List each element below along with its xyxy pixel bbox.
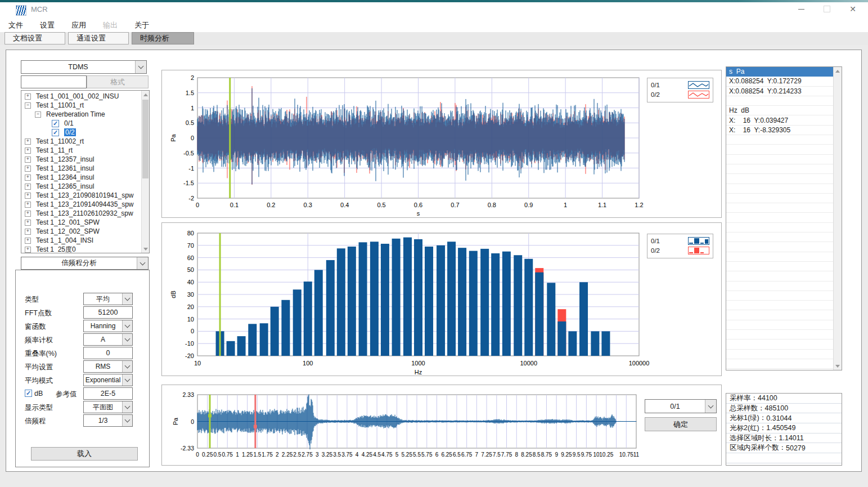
tree-scrollbar-thumb[interactable] [142,100,149,178]
tree-item[interactable]: + Test 1_12357_insul [21,155,141,164]
readout-row[interactable] [726,135,834,145]
readout-row[interactable] [726,271,834,281]
tree-expander-icon[interactable]: + [25,220,31,226]
chevron-down-icon[interactable] [705,400,716,413]
readout-row[interactable] [726,242,834,252]
tree-expander-icon[interactable]: + [25,202,31,208]
scroll-down-icon[interactable] [142,245,149,253]
readout-row[interactable] [726,194,834,203]
tree-item[interactable]: + Test 1_001_001_002_INSU [21,92,141,101]
readout-row[interactable]: X: 16 Y:0.039427 [726,115,834,125]
tree-item[interactable]: + Test 1_1_004_INSI [21,236,141,245]
form-input[interactable]: 2E-5 [83,387,133,400]
readout-row[interactable]: X: 16 Y:-8.329305 [726,126,834,135]
form-combobox[interactable]: 平面图 [83,401,133,413]
tree-item[interactable]: + Test 1_11_rt [21,146,141,155]
form-input[interactable]: 0 [83,347,133,359]
maximize-icon[interactable] [814,0,840,18]
menu-item-4[interactable]: 关于 [126,20,158,30]
chevron-down-icon[interactable] [122,320,132,332]
chevron-down-icon[interactable] [122,415,132,426]
form-input[interactable]: 51200 [83,306,133,319]
tree-item[interactable]: ✓ 0/1 [21,119,141,128]
form-combobox[interactable]: Hanning [83,320,133,332]
readout-row[interactable] [726,320,834,330]
tree-expander-icon[interactable]: + [25,193,31,199]
tree-expander-icon[interactable]: + [25,211,31,217]
readout-row[interactable] [726,213,834,222]
legend-row[interactable]: 0/2 [651,245,709,255]
scroll-down-icon[interactable] [834,362,842,370]
tree-expander-icon[interactable]: + [25,157,31,163]
channel-checkbox[interactable]: ✓ [52,129,59,136]
tree-item[interactable]: + Test 1_123_210908101941_spw [21,191,141,200]
readout-row[interactable] [726,233,834,242]
load-button[interactable]: 载入 [31,447,138,461]
readout-row[interactable]: Hz dB [726,106,834,115]
scroll-up-icon[interactable] [142,91,149,99]
chevron-down-icon[interactable] [122,361,132,372]
menu-item-3[interactable]: 输出 [95,20,126,30]
channel-checkbox[interactable]: ✓ [52,120,59,127]
legend-row[interactable]: 0/1 [651,80,709,90]
db-checkbox[interactable]: ✓ [25,390,32,397]
tree-item[interactable]: + Test 1_12364_insul [21,173,141,182]
form-combobox[interactable]: 平均 [83,293,133,305]
readout-row[interactable] [726,155,834,164]
tree-expander-icon[interactable]: + [25,229,31,235]
tree-item[interactable]: + Test 1_12361_insul [21,164,141,173]
channel-select-combobox[interactable]: 0/1 [645,399,717,413]
readout-row[interactable] [726,282,834,291]
chevron-down-icon[interactable] [122,374,132,386]
confirm-button[interactable]: 确定 [645,417,717,431]
menu-item-2[interactable]: 应用 [63,20,95,30]
minimize-icon[interactable] [788,0,814,18]
readout-row[interactable] [726,164,834,174]
tree-expander-icon[interactable]: + [25,247,31,253]
chevron-down-icon[interactable] [122,334,132,345]
tab-2[interactable]: 时频分析 [132,32,194,44]
tree-scrollbar[interactable] [141,91,149,253]
readout-row[interactable] [726,252,834,262]
readout-row[interactable] [726,262,834,271]
readout-row[interactable] [726,223,834,233]
tree-item[interactable]: + Test 1_25度0 [21,245,141,253]
tree-item[interactable]: + Test 1_123_211026102932_spw [21,209,141,218]
tab-0[interactable]: 文档设置 [5,32,65,44]
tree-expander-icon[interactable]: + [25,175,31,181]
readout-row[interactable] [726,310,834,320]
readout-row[interactable]: s Pa [726,67,834,77]
readout-row[interactable] [726,350,834,359]
readout-row[interactable] [726,291,834,301]
readout-row[interactable]: X:0.088254 Y:0.214233 [726,87,834,96]
tree-expander-icon[interactable]: + [25,93,31,100]
tree-expander-icon[interactable]: − [35,111,41,118]
tree-item[interactable]: + Test 1_12_002_SPW [21,227,141,236]
legend-row[interactable]: 0/2 [651,90,709,99]
form-combobox[interactable]: 1/3 [83,414,133,427]
chevron-down-icon[interactable] [135,61,146,73]
readout-row[interactable] [726,96,834,106]
close-icon[interactable]: ✕ [840,0,866,18]
tree-expander-icon[interactable]: − [25,102,31,109]
tree-item[interactable]: + Test 1_123_210914094435_spw [21,200,141,209]
readout-row[interactable] [726,339,834,349]
readout-row[interactable] [726,301,834,310]
time-waveform-plot[interactable]: -2-1.5-1-0.500.511.5200.10.20.30.40.50.6… [162,70,721,217]
format-search-input[interactable] [21,75,87,88]
menu-item-0[interactable]: 文件 [0,20,32,30]
analysis-type-combobox[interactable]: 倍频程分析 [21,257,149,270]
readout-row[interactable] [726,184,834,194]
tree-expander-icon[interactable]: + [25,184,31,190]
tab-1[interactable]: 通道设置 [68,32,129,44]
readout-row[interactable] [726,330,834,339]
readout-row[interactable] [726,203,834,213]
file-format-combobox[interactable]: TDMS [21,60,147,74]
chevron-down-icon[interactable] [122,401,132,413]
tree-item[interactable]: + Test 1_11002_rt [21,137,141,146]
tree-item[interactable]: + Test 1_12365_insul [21,182,141,191]
tree-item[interactable]: + Test 1_12_001_SPW [21,218,141,227]
spectrum-plot[interactable]: -20-100102030405060708010100100010000100… [162,223,721,376]
form-combobox[interactable]: A [83,333,133,346]
tree-expander-icon[interactable]: + [25,138,31,145]
